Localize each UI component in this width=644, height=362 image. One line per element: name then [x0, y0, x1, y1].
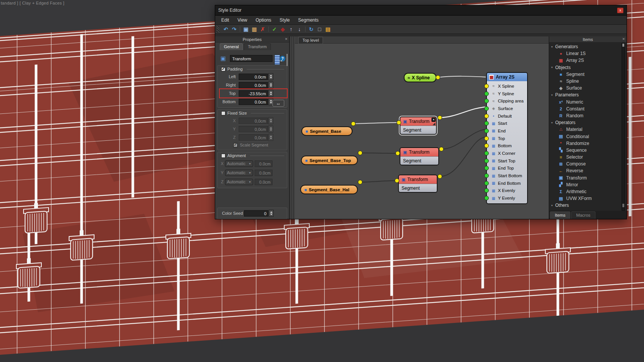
tree-row[interactable]: ▼ Others [549, 202, 620, 209]
delete-icon[interactable]: ✗ [258, 25, 267, 33]
tree-row[interactable]: ▼ ▤ Conditional [549, 133, 620, 140]
spinner[interactable] [268, 134, 273, 141]
spinner[interactable] [268, 126, 273, 132]
items-header[interactable]: Items ✕ [549, 36, 627, 42]
collapse-triangle-icon[interactable]: ▼ [551, 66, 554, 69]
array-input-row[interactable]: ▦ Y Evenly [487, 194, 527, 202]
tab-items[interactable]: Items [550, 211, 570, 219]
menu-view[interactable]: View [234, 16, 251, 24]
input-port[interactable] [484, 173, 489, 178]
tab-transform[interactable]: Transform [244, 43, 271, 50]
tree-row[interactable]: ▼ ◈ Surface [549, 85, 620, 91]
spinner-drag-handle-icon[interactable]: ↔ [272, 100, 284, 107]
input-port[interactable] [484, 129, 489, 133]
collapse-triangle-icon[interactable]: ▼ [551, 46, 554, 48]
tree-row[interactable]: ▼ ≡ Selector [549, 154, 620, 161]
output-port[interactable] [438, 115, 442, 120]
spinner[interactable] [268, 73, 273, 80]
alignment-select[interactable]: Automatic ▼ [225, 179, 253, 185]
tree-row[interactable]: ▼ ∴ Material [549, 126, 620, 133]
tree-row[interactable]: ▼ ▞ Mirror [549, 181, 620, 188]
node-transform[interactable]: ▣ Transform ✕ Segment [400, 147, 439, 165]
collapse-triangle-icon[interactable]: ▼ [551, 204, 554, 207]
tab-general[interactable]: General [220, 43, 243, 50]
tree-row[interactable]: ▼ Operators [549, 119, 620, 126]
value-field[interactable]: 0.0cm [239, 74, 268, 80]
toolbar-grip[interactable] [217, 26, 219, 33]
value-field[interactable]: 0.0cm [255, 179, 272, 185]
value-field[interactable]: 0.0cm [239, 82, 268, 88]
undo-icon[interactable]: ↶ [222, 25, 230, 33]
value-field[interactable]: 0.0cm [239, 99, 268, 105]
items-scrollbar[interactable] [622, 43, 625, 211]
items-close-icon[interactable]: ✕ [622, 37, 625, 41]
tree-row[interactable]: ▼ ▦ Array 2S [549, 57, 620, 64]
tree-row[interactable]: ▼ Σ Arithmetic [549, 188, 620, 195]
input-port[interactable] [484, 151, 489, 156]
tree-row[interactable]: ▼ ⊞ Compose [549, 161, 620, 167]
node-transform[interactable]: ▣ Transform ✕ Segment [400, 116, 437, 135]
alignment-select[interactable]: Automatic ▼ [225, 170, 253, 176]
window-titlebar[interactable]: Style Editor x [215, 5, 627, 16]
redo-icon[interactable]: ↷ [230, 25, 238, 33]
output-port[interactable] [358, 151, 362, 155]
input-port[interactable] [484, 166, 489, 170]
spinner[interactable] [269, 210, 274, 217]
tree-row[interactable]: ▼ ≈ Spline [549, 78, 620, 85]
alignment-checkbox[interactable] [221, 154, 225, 158]
properties-close-icon[interactable]: ✕ [285, 37, 288, 41]
tree-row[interactable]: ▼ Parameters [549, 91, 620, 98]
tree-row[interactable]: ▼ ← Reverse [549, 167, 620, 174]
array-input-row[interactable]: ▦ X Evenly [487, 187, 527, 195]
array-input-row[interactable]: ▦ End Top [487, 165, 527, 172]
scale-segment-checkbox[interactable] [233, 143, 238, 147]
tree-row[interactable]: ▼ ● Linear 1S [549, 50, 620, 57]
tree-row[interactable]: ▼ Objects [549, 64, 620, 71]
padding-checkbox[interactable] [221, 67, 225, 71]
input-port[interactable] [395, 178, 399, 183]
input-port[interactable] [395, 151, 400, 156]
tree-row[interactable]: ▼ ■ Segment [549, 71, 620, 78]
menu-style[interactable]: Style [276, 16, 294, 24]
input-port[interactable] [397, 120, 401, 125]
input-port[interactable] [484, 114, 489, 118]
array-input-row[interactable]: ▪ Default [487, 112, 527, 120]
input-port[interactable] [484, 106, 489, 111]
output-port[interactable] [436, 75, 440, 80]
value-field[interactable]: 0.0cm [255, 170, 272, 176]
input-port[interactable] [484, 159, 489, 163]
node-editor[interactable]: Top level ≈ X Spline ■ Segment_Base [295, 36, 550, 219]
copy-icon[interactable]: ▣ [242, 25, 250, 33]
spinner[interactable] [268, 90, 273, 97]
node-segment[interactable]: ■ Segment_Base_Hal [300, 185, 358, 194]
node-close-icon[interactable]: ✕ [431, 118, 436, 122]
array-input-row[interactable]: ▦ End Bottom [487, 179, 527, 187]
node-name-input[interactable]: Transform [230, 55, 272, 62]
node-transform[interactable]: ▣ Transform ✕ Segment [398, 175, 438, 193]
input-port[interactable] [484, 188, 489, 193]
output-port[interactable] [439, 147, 444, 151]
menu-edit[interactable]: Edit [217, 16, 233, 24]
menu-segments[interactable]: Segments [294, 16, 323, 24]
value-field[interactable]: 0,0cm [239, 126, 268, 132]
input-port[interactable] [484, 91, 489, 96]
color-seed-field[interactable]: 0 [244, 210, 268, 217]
node-x-spline[interactable]: ≈ X Spline [404, 73, 436, 82]
array-input-row[interactable]: ▦ End [487, 127, 527, 135]
array-input-row[interactable]: ▦ Top [487, 135, 527, 142]
collapse-bottom-icon[interactable]: ↓ [295, 25, 304, 33]
value-field[interactable]: 0,0cm [239, 118, 268, 124]
output-port[interactable] [358, 180, 362, 184]
input-port[interactable] [484, 181, 489, 186]
input-port[interactable] [484, 99, 489, 103]
node-array-2s[interactable]: ▦ Array 2S ≈ X Spline ≈ Y Spline [486, 72, 528, 204]
input-port[interactable] [484, 143, 489, 148]
window-close-button[interactable]: x [617, 8, 624, 13]
node-segment[interactable]: ■ Segment_Base [301, 126, 353, 136]
value-field[interactable]: -23.55cm [239, 90, 268, 97]
tree-row[interactable]: ▼ * Randomize [549, 140, 620, 147]
input-port[interactable] [484, 196, 489, 200]
refresh-icon[interactable]: ↻ [307, 25, 315, 33]
output-port[interactable] [438, 174, 442, 179]
node-segment[interactable]: ■ Segment_Base_Top [301, 156, 358, 165]
